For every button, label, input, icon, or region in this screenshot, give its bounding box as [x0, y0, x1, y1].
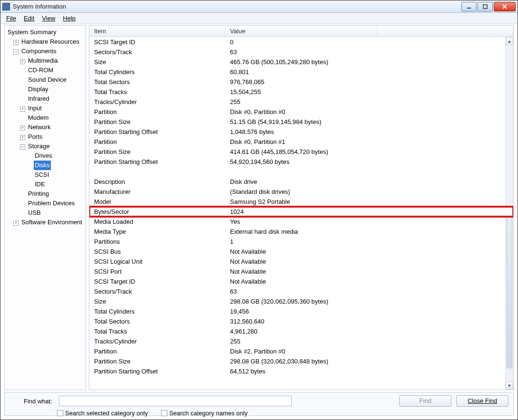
- table-row[interactable]: Media LoadedYes: [89, 217, 513, 227]
- table-row[interactable]: Total Sectors976,768,065: [89, 77, 513, 87]
- tree-modem[interactable]: Modem: [27, 113, 49, 123]
- minimize-button[interactable]: [461, 2, 477, 11]
- table-row[interactable]: Partition Size298.08 GB (320,062,030,848…: [89, 356, 513, 366]
- scroll-down-icon[interactable]: ▼: [506, 382, 513, 390]
- tree-network[interactable]: Network: [27, 123, 52, 132]
- expand-icon[interactable]: +: [13, 220, 19, 226]
- tree-storage[interactable]: Storage: [27, 142, 51, 151]
- find-input[interactable]: [59, 396, 292, 406]
- category-tree[interactable]: System Summary +Hardware Resources −Comp…: [4, 25, 86, 390]
- table-row[interactable]: [89, 167, 513, 177]
- close-find-button[interactable]: Close Find: [456, 395, 508, 407]
- menu-help-label: Help: [63, 15, 76, 22]
- column-header-item[interactable]: Item: [89, 26, 225, 37]
- table-row[interactable]: Partition Size51.15 GB (54,919,145,984 b…: [89, 117, 513, 127]
- table-row[interactable]: Tracks/Cylinder255: [89, 97, 513, 107]
- cell-item: Partition Size: [89, 358, 225, 365]
- expand-icon[interactable]: +: [20, 135, 25, 140]
- table-row[interactable]: Total Tracks15,504,255: [89, 87, 513, 97]
- table-row[interactable]: Bytes/Sector1024: [89, 207, 513, 217]
- table-row[interactable]: Size465.76 GB (500,105,249,280 bytes): [89, 57, 513, 67]
- collapse-icon[interactable]: −: [20, 144, 25, 150]
- table-row[interactable]: Manufacturer(Standard disk drives): [89, 187, 513, 197]
- list-body[interactable]: SCSI Target ID0Sectors/Track63Size465.76…: [89, 37, 513, 390]
- close-button[interactable]: [494, 2, 516, 11]
- table-row[interactable]: Total Cylinders60,801: [89, 67, 513, 77]
- column-header-value[interactable]: Value: [225, 26, 377, 37]
- tree-ide[interactable]: IDE: [34, 180, 46, 189]
- table-row[interactable]: Partition Starting Offset54,920,194,560 …: [89, 157, 513, 167]
- table-row[interactable]: Partitions1: [89, 237, 513, 247]
- tree-label: Components: [21, 47, 57, 56]
- search-selected-checkbox[interactable]: Search selected category only: [57, 410, 148, 417]
- table-row[interactable]: SCSI PortNot Available: [89, 267, 513, 277]
- table-row[interactable]: PartitionDisk #0, Partition #1: [89, 137, 513, 147]
- table-row[interactable]: Total Tracks4,961,280: [89, 326, 513, 336]
- table-row[interactable]: Sectors/Track63: [89, 47, 513, 57]
- details-list: Item Value SCSI Target ID0Sectors/Track6…: [89, 25, 514, 390]
- table-row[interactable]: SCSI Target IDNot Available: [89, 277, 513, 286]
- tree-disks[interactable]: Disks: [34, 161, 51, 170]
- titlebar[interactable]: System Information: [0, 0, 518, 13]
- expand-icon[interactable]: +: [20, 106, 25, 112]
- cell-value: 60,801: [225, 68, 513, 76]
- maximize-button[interactable]: [478, 2, 493, 11]
- cell-item: Total Tracks: [89, 328, 225, 335]
- find-button[interactable]: Find: [399, 395, 451, 407]
- tree-usb[interactable]: USB: [27, 208, 42, 218]
- collapse-icon[interactable]: −: [13, 49, 19, 55]
- cell-value: 255: [225, 98, 513, 105]
- expand-icon[interactable]: +: [20, 125, 25, 131]
- tree-display[interactable]: Display: [27, 85, 49, 94]
- tree-cdrom[interactable]: CD-ROM: [27, 66, 54, 75]
- menu-help[interactable]: Help: [59, 14, 79, 23]
- search-names-checkbox[interactable]: Search category names only: [161, 410, 248, 417]
- table-row[interactable]: Partition Starting Offset1,048,576 bytes: [89, 127, 513, 137]
- table-row[interactable]: Size298.08 GB (320,062,095,360 bytes): [89, 296, 513, 306]
- cell-value: 0: [225, 38, 513, 46]
- expand-icon[interactable]: +: [20, 59, 25, 64]
- find-label: Find what:: [10, 398, 54, 405]
- tree-multimedia[interactable]: Multimedia: [27, 56, 59, 66]
- tree-label: Problem Devices: [28, 199, 75, 208]
- tree-software-environment[interactable]: Software Environment: [20, 218, 83, 227]
- tree-label: Multimedia: [28, 56, 58, 66]
- tree-system-summary[interactable]: System Summary: [7, 28, 58, 37]
- tree-label: Network: [28, 123, 51, 132]
- table-row[interactable]: PartitionDisk #2, Partition #0: [89, 346, 513, 356]
- menu-view[interactable]: View: [38, 14, 59, 23]
- scroll-up-icon[interactable]: ▲: [506, 37, 513, 45]
- cell-value: Disk drive: [225, 178, 513, 185]
- table-row[interactable]: Partition Size414.61 GB (445,185,054,720…: [89, 147, 513, 157]
- cell-item: Total Cylinders: [89, 308, 225, 315]
- tree-printing[interactable]: Printing: [27, 189, 50, 199]
- tree-hardware-resources[interactable]: Hardware Resources: [20, 37, 80, 47]
- table-row[interactable]: DescriptionDisk drive: [89, 177, 513, 187]
- cell-item: Total Sectors: [89, 78, 225, 86]
- tree-scsi[interactable]: SCSI: [34, 170, 50, 180]
- table-row[interactable]: Sectors/Track63: [89, 286, 513, 296]
- tree-sound-device[interactable]: Sound Device: [27, 75, 67, 85]
- expand-icon[interactable]: +: [13, 40, 19, 45]
- menu-edit-label: Edit: [24, 15, 34, 22]
- tree-problem-devices[interactable]: Problem Devices: [27, 199, 76, 208]
- tree-components[interactable]: Components: [20, 47, 58, 56]
- tree-ports[interactable]: Ports: [27, 132, 43, 142]
- tree-drives[interactable]: Drives: [34, 151, 53, 161]
- table-row[interactable]: SCSI Logical UnitNot Available: [89, 257, 513, 267]
- table-row[interactable]: Tracks/Cylinder255: [89, 336, 513, 346]
- column-header-extra[interactable]: [377, 26, 513, 37]
- table-row[interactable]: SCSI Target ID0: [89, 37, 513, 47]
- tree-input[interactable]: Input: [27, 104, 43, 113]
- table-row[interactable]: Partition Starting Offset64,512 bytes: [89, 366, 513, 376]
- table-row[interactable]: Media TypeExternal hard disk media: [89, 227, 513, 237]
- table-row[interactable]: PartitionDisk #0, Partition #0: [89, 107, 513, 117]
- table-row[interactable]: ModelSamsung S2 Portable: [89, 197, 513, 207]
- table-row[interactable]: SCSI BusNot Available: [89, 247, 513, 257]
- table-row[interactable]: Total Sectors312,560,640: [89, 316, 513, 326]
- menu-file[interactable]: File: [2, 14, 20, 23]
- scroll-thumb[interactable]: [507, 207, 512, 368]
- table-row[interactable]: Total Cylinders19,456: [89, 306, 513, 316]
- tree-infrared[interactable]: Infrared: [27, 94, 50, 104]
- menu-edit[interactable]: Edit: [20, 14, 38, 23]
